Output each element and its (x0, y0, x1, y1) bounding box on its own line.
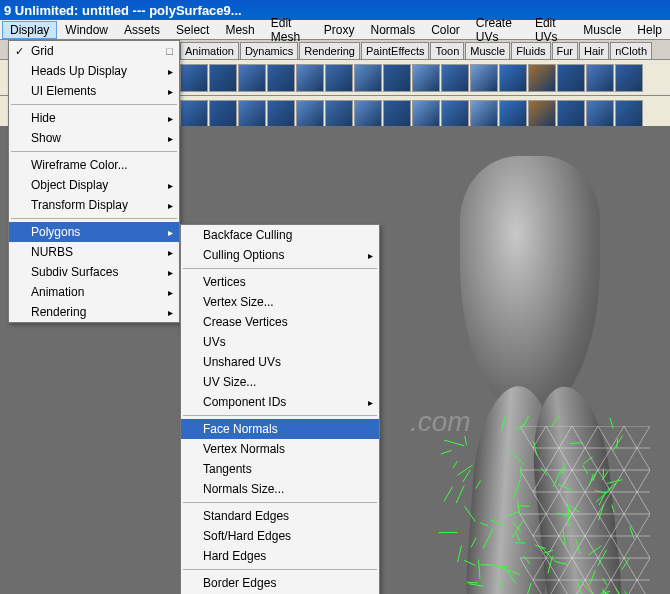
shelf-tab-muscle[interactable]: Muscle (465, 42, 510, 59)
shelf-icon[interactable] (441, 100, 469, 128)
svg-line-68 (585, 514, 598, 536)
shelf-tab-ncloth[interactable]: nCloth (610, 42, 652, 59)
shelf-icon[interactable] (615, 100, 643, 128)
menu-window[interactable]: Window (57, 21, 116, 39)
shelf-icon[interactable] (528, 100, 556, 128)
menu-item-polygons[interactable]: Polygons (9, 222, 179, 242)
shelf-tab-painteffects[interactable]: PaintEffects (361, 42, 430, 59)
mesh-polysurface9[interactable] (400, 156, 660, 594)
menu-item-backface-culling[interactable]: Backface Culling (181, 225, 379, 245)
shelf-icon[interactable] (267, 100, 295, 128)
shelf-tab-fluids[interactable]: Fluids (511, 42, 550, 59)
menu-item-standard-edges[interactable]: Standard Edges (181, 506, 379, 526)
shelf-icon[interactable] (325, 64, 353, 92)
shelf-tab-toon[interactable]: Toon (430, 42, 464, 59)
shelf-icon[interactable] (180, 100, 208, 128)
shelf-tab-rendering[interactable]: Rendering (299, 42, 360, 59)
menu-muscle[interactable]: Muscle (575, 21, 629, 39)
menu-item-object-display[interactable]: Object Display (9, 175, 179, 195)
svg-line-34 (546, 470, 559, 492)
shelf-tab-fur[interactable]: Fur (552, 42, 579, 59)
shelf-icon[interactable] (238, 64, 266, 92)
shelf-tab-animation[interactable]: Animation (180, 42, 239, 59)
menu-mesh[interactable]: Mesh (217, 21, 262, 39)
menu-display[interactable]: Display (2, 21, 57, 39)
menu-item-hide[interactable]: Hide (9, 108, 179, 128)
shelf-tab-hair[interactable]: Hair (579, 42, 609, 59)
menu-item-hard-edges[interactable]: Hard Edges (181, 546, 379, 566)
menu-normals[interactable]: Normals (362, 21, 423, 39)
shelf-icon[interactable] (267, 64, 295, 92)
shelf-icon[interactable] (383, 100, 411, 128)
shelf-icon[interactable] (296, 100, 324, 128)
menu-item-vertex-normals[interactable]: Vertex Normals (181, 439, 379, 459)
shelf-icon[interactable] (528, 64, 556, 92)
svg-line-1 (520, 426, 533, 448)
menu-item-show[interactable]: Show (9, 128, 179, 148)
menu-color[interactable]: Color (423, 21, 468, 39)
shelf-icon[interactable] (499, 64, 527, 92)
shelf-icon[interactable] (209, 100, 237, 128)
menu-create-uvs[interactable]: Create UVs (468, 14, 527, 46)
svg-line-58 (637, 492, 650, 514)
svg-line-110 (572, 580, 585, 594)
shelf-icon[interactable] (354, 100, 382, 128)
shelf-icon[interactable] (296, 64, 324, 92)
shelf-icon[interactable] (354, 64, 382, 92)
svg-line-74 (637, 514, 650, 536)
shelf-icon[interactable] (586, 100, 614, 128)
shelf-icon[interactable] (470, 100, 498, 128)
menu-assets[interactable]: Assets (116, 21, 168, 39)
shelf-icon[interactable] (470, 64, 498, 92)
svg-line-79 (559, 536, 572, 558)
svg-line-98 (585, 558, 598, 580)
shelf-tab-dynamics[interactable]: Dynamics (240, 42, 298, 59)
menu-select[interactable]: Select (168, 21, 217, 39)
menu-item-unshared-uvs[interactable]: Unshared UVs (181, 352, 379, 372)
svg-line-107 (546, 580, 559, 594)
menu-item-subdiv-surfaces[interactable]: Subdiv Surfaces (9, 262, 179, 282)
menu-proxy[interactable]: Proxy (316, 21, 363, 39)
shelf-icon[interactable] (441, 64, 469, 92)
svg-line-55 (611, 492, 624, 514)
menu-item-normals-size[interactable]: Normals Size... (181, 479, 379, 499)
menu-item-uvs[interactable]: UVs (181, 332, 379, 352)
menu-item-nurbs[interactable]: NURBS (9, 242, 179, 262)
menu-item-animation[interactable]: Animation (9, 282, 179, 302)
menu-item-culling-options[interactable]: Culling Options (181, 245, 379, 265)
menu-item-vertex-size[interactable]: Vertex Size... (181, 292, 379, 312)
shelf-icon[interactable] (586, 64, 614, 92)
svg-line-17 (546, 448, 559, 470)
menu-item-grid[interactable]: Grid (9, 41, 179, 61)
menu-edit-mesh[interactable]: Edit Mesh (263, 14, 316, 46)
menu-item-transform-display[interactable]: Transform Display (9, 195, 179, 215)
shelf-icon[interactable] (557, 64, 585, 92)
shelf-icon[interactable] (180, 64, 208, 92)
menu-item-rendering[interactable]: Rendering (9, 302, 179, 322)
menu-item-border-edges[interactable]: Border Edges (181, 573, 379, 593)
shelf-icon[interactable] (325, 100, 353, 128)
shelf-icon[interactable] (499, 100, 527, 128)
shelf-icon[interactable] (209, 64, 237, 92)
menu-item-crease-vertices[interactable]: Crease Vertices (181, 312, 379, 332)
menu-item-vertices[interactable]: Vertices (181, 272, 379, 292)
svg-line-65 (559, 514, 572, 536)
menu-item-component-ids[interactable]: Component IDs (181, 392, 379, 412)
menu-item-soft-hard-edges[interactable]: Soft/Hard Edges (181, 526, 379, 546)
shelf-icon[interactable] (557, 100, 585, 128)
menu-item-tangents[interactable]: Tangents (181, 459, 379, 479)
menu-item-wireframe-color[interactable]: Wireframe Color... (9, 155, 179, 175)
shelf-icon[interactable] (412, 100, 440, 128)
svg-line-172 (457, 465, 472, 475)
menu-item-heads-up-display[interactable]: Heads Up Display (9, 61, 179, 81)
shelf-icon[interactable] (238, 100, 266, 128)
shelf-icon[interactable] (615, 64, 643, 92)
shelf-icon[interactable] (412, 64, 440, 92)
menu-item-ui-elements[interactable]: UI Elements (9, 81, 179, 101)
shelf-icon[interactable] (383, 64, 411, 92)
menu-edit-uvs[interactable]: Edit UVs (527, 14, 575, 46)
menu-item-face-normals[interactable]: Face Normals (181, 419, 379, 439)
menu-item-uv-size[interactable]: UV Size... (181, 372, 379, 392)
menu-help[interactable]: Help (629, 21, 670, 39)
svg-line-229 (463, 470, 471, 482)
